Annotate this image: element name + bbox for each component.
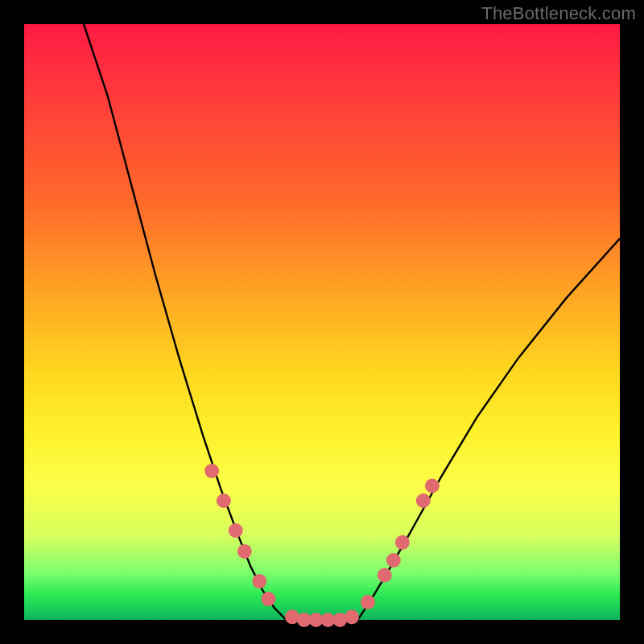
data-point — [378, 568, 392, 583]
chart-svg — [24, 24, 620, 620]
data-point — [345, 609, 359, 624]
data-point — [261, 592, 275, 606]
marker-group — [204, 464, 440, 627]
data-point — [217, 493, 231, 508]
watermark-text: TheBottleneck.com — [481, 3, 636, 24]
data-point — [204, 464, 219, 478]
data-point — [395, 535, 410, 550]
data-point — [237, 544, 252, 559]
plot-area — [24, 24, 620, 620]
bottleneck-curve — [84, 24, 620, 620]
data-point — [361, 595, 375, 609]
data-point — [425, 479, 440, 493]
data-point — [386, 553, 401, 568]
chart-frame: TheBottleneck.com — [0, 0, 644, 644]
data-point — [229, 523, 243, 538]
curve-group — [84, 24, 620, 620]
data-point — [252, 574, 266, 588]
data-point — [416, 493, 431, 508]
